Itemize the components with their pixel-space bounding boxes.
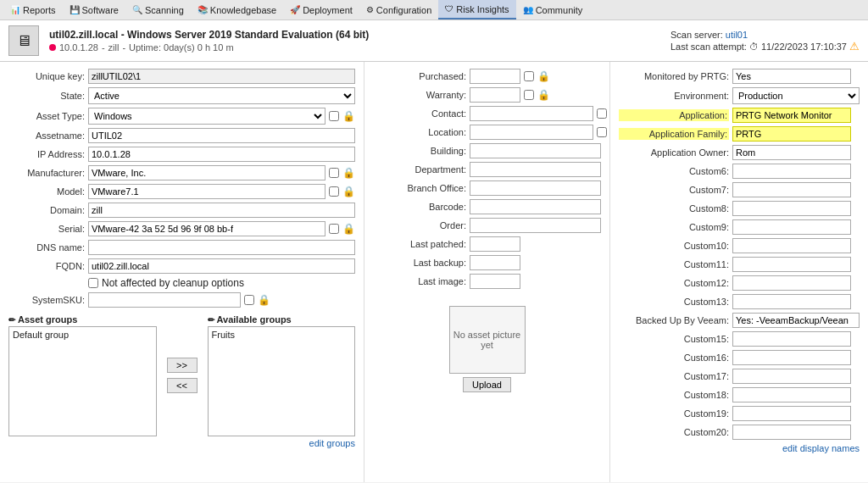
- custom17-row: Custom17:: [619, 369, 860, 384]
- ip-address-input[interactable]: [88, 147, 355, 162]
- application-owner-input[interactable]: [732, 145, 851, 160]
- nav-software[interactable]: 💾 Software: [63, 0, 125, 19]
- assetname-input[interactable]: [88, 128, 355, 143]
- model-checkbox[interactable]: [329, 186, 339, 197]
- edit-display-names-link[interactable]: edit display names: [619, 443, 860, 453]
- available-groups-edit-icon: ✏: [208, 315, 214, 325]
- purchased-input[interactable]: [470, 69, 520, 84]
- nav-deployment-label: Deployment: [303, 5, 353, 15]
- location-checkbox[interactable]: [597, 127, 607, 137]
- nav-knowledgebase[interactable]: 📚 Knowledgebase: [191, 0, 283, 19]
- add-group-button[interactable]: >>: [167, 358, 198, 373]
- custom15-input[interactable]: [732, 331, 851, 347]
- warranty-row: Warranty: 🔒: [373, 87, 601, 103]
- systemsku-input[interactable]: [88, 292, 241, 308]
- monitored-by-prtg-input[interactable]: [732, 69, 851, 84]
- edit-groups-link[interactable]: edit groups: [8, 438, 355, 448]
- custom19-input[interactable]: [732, 406, 851, 421]
- environment-row: Environment: ProductionDevelopmentTestin…: [619, 87, 860, 104]
- application-input[interactable]: [732, 108, 851, 123]
- nav-reports[interactable]: 📊 Reports: [3, 0, 63, 19]
- available-groups-list: Fruits: [208, 326, 356, 436]
- manufacturer-checkbox[interactable]: [329, 168, 339, 178]
- software-icon: 💾: [70, 5, 80, 14]
- branch-office-input[interactable]: [470, 180, 601, 196]
- building-input[interactable]: [470, 143, 601, 158]
- asset-title: util02.zill.local - Windows Server 2019 …: [49, 29, 660, 41]
- warranty-label: Warranty:: [373, 90, 466, 100]
- building-row: Building:: [373, 143, 601, 158]
- barcode-row: Barcode:: [373, 199, 601, 214]
- list-item[interactable]: Default group: [11, 329, 154, 341]
- serial-checkbox[interactable]: [329, 224, 339, 234]
- nav-scanning[interactable]: 🔍 Scanning: [125, 0, 191, 19]
- domain-input[interactable]: [88, 203, 355, 218]
- no-picture-text: No asset picture yet: [450, 330, 525, 350]
- custom12-input[interactable]: [732, 275, 851, 291]
- nav-configuration[interactable]: ⚙ Configuration: [359, 0, 438, 19]
- warranty-input[interactable]: [470, 87, 520, 103]
- manufacturer-input[interactable]: [88, 165, 326, 180]
- last-backup-input[interactable]: [470, 255, 520, 270]
- custom20-input[interactable]: [732, 425, 851, 440]
- asset-domain: zill: [108, 42, 120, 53]
- upload-button[interactable]: Upload: [463, 377, 511, 392]
- order-input[interactable]: [470, 218, 601, 233]
- branch-office-label: Branch Office:: [373, 183, 466, 193]
- purchased-checkbox[interactable]: [524, 71, 534, 81]
- application-owner-label: Application Owner:: [619, 147, 729, 158]
- custom8-input[interactable]: [732, 201, 851, 216]
- custom15-row: Custom15:: [619, 331, 860, 347]
- reports-icon: 📊: [10, 5, 20, 14]
- contact-input[interactable]: [470, 106, 593, 121]
- application-family-input[interactable]: [732, 126, 851, 142]
- asset-type-select[interactable]: WindowsLinuxMac: [88, 108, 326, 125]
- custom6-input[interactable]: [732, 164, 851, 179]
- custom17-input[interactable]: [732, 369, 851, 384]
- dns-name-input[interactable]: [88, 240, 355, 255]
- unique-key-input[interactable]: [88, 69, 355, 84]
- asset-type-checkbox[interactable]: [329, 111, 339, 121]
- application-owner-row: Application Owner:: [619, 145, 860, 160]
- list-item[interactable]: Fruits: [210, 329, 353, 341]
- asset-type-row: Asset Type: WindowsLinuxMac 🔒: [8, 108, 355, 125]
- custom9-input[interactable]: [732, 219, 851, 235]
- right-panel: Monitored by PRTG: Environment: Producti…: [610, 62, 868, 482]
- serial-input[interactable]: [88, 221, 326, 236]
- location-input[interactable]: [470, 125, 593, 140]
- custom16-input[interactable]: [732, 350, 851, 365]
- nav-risk-insights[interactable]: 🛡 Risk Insights: [438, 0, 515, 19]
- warning-icon: ⚠: [849, 40, 860, 53]
- custom13-input[interactable]: [732, 294, 851, 309]
- state-select[interactable]: ActiveInactiveRetired: [88, 87, 355, 104]
- fqdn-input[interactable]: [88, 258, 355, 274]
- systemsku-checkbox[interactable]: [244, 295, 254, 305]
- nav-deployment[interactable]: 🚀 Deployment: [283, 0, 359, 19]
- unique-key-label: Unique key:: [8, 71, 85, 81]
- veeam-input[interactable]: [732, 313, 860, 328]
- custom16-row: Custom16:: [619, 350, 860, 365]
- model-row: Model: 🔒: [8, 184, 355, 199]
- contact-checkbox[interactable]: [597, 108, 607, 119]
- custom13-row: Custom13:: [619, 294, 860, 309]
- order-row: Order:: [373, 218, 601, 233]
- custom18-input[interactable]: [732, 387, 851, 402]
- nav-community[interactable]: 👥 Community: [516, 0, 590, 19]
- remove-group-button[interactable]: <<: [167, 378, 198, 393]
- serial-label: Serial:: [8, 224, 85, 234]
- custom8-label: Custom8:: [619, 203, 729, 214]
- model-input[interactable]: [88, 184, 326, 199]
- last-image-input[interactable]: [470, 274, 520, 289]
- department-input[interactable]: [470, 162, 601, 177]
- scan-server-link[interactable]: util01: [726, 30, 748, 40]
- custom10-input[interactable]: [732, 238, 851, 253]
- environment-select[interactable]: ProductionDevelopmentTesting: [732, 87, 860, 104]
- contact-row: Contact: 🔒: [373, 106, 601, 121]
- barcode-input[interactable]: [470, 199, 601, 214]
- building-label: Building:: [373, 146, 466, 156]
- last-patched-input[interactable]: [470, 236, 520, 252]
- warranty-checkbox[interactable]: [524, 90, 534, 100]
- custom7-input[interactable]: [732, 182, 851, 197]
- custom11-input[interactable]: [732, 257, 851, 272]
- cleanup-checkbox[interactable]: [88, 278, 98, 288]
